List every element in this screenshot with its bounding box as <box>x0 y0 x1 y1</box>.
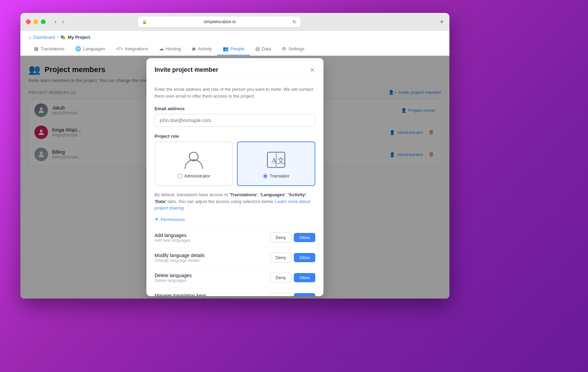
integrations-icon: </> <box>116 46 123 51</box>
allow-button[interactable]: Allow <box>294 233 315 242</box>
url-text: simplelocalize.io <box>150 19 290 24</box>
maximize-traffic-light[interactable] <box>41 19 46 24</box>
allow-button[interactable]: Allow <box>294 293 315 296</box>
permission-description: By default, translators have access to '… <box>155 191 315 212</box>
permission-actions: Deny Allow <box>270 253 315 263</box>
modal-title: Invite project member <box>155 66 218 73</box>
email-label: Email address <box>155 106 315 111</box>
allow-button[interactable]: Allow <box>294 273 315 282</box>
deny-button[interactable]: Deny <box>270 273 292 283</box>
back-button[interactable]: ‹ <box>52 17 59 26</box>
title-bar: ‹ › 🔒 simplelocalize.io ↻ + <box>20 13 449 31</box>
tab-hosting[interactable]: ☁ Hosting <box>154 43 186 55</box>
permission-name: Delete languages <box>155 273 270 278</box>
breadcrumb: ⌂ Dashboard / 🎭 My Project <box>29 31 441 43</box>
modal-description: Enter the email address and role of the … <box>155 86 315 99</box>
tab-integrations[interactable]: </> Integrations <box>111 43 154 55</box>
chevron-down-icon: ▼ <box>155 217 159 222</box>
permission-actions: Deny Allow <box>270 293 315 296</box>
tab-integrations-label: Integrations <box>125 46 148 51</box>
data-icon: ▤ <box>255 46 260 51</box>
permissions-toggle-label: Permissions <box>161 217 185 222</box>
breadcrumb-separator: / <box>57 35 58 40</box>
permission-detail: Delete languages <box>155 278 270 283</box>
permission-actions: Deny Allow <box>270 273 315 283</box>
translator-radio-row: Translator <box>263 173 289 179</box>
new-tab-button[interactable]: + <box>440 17 444 26</box>
tab-settings-label: Settings <box>288 46 304 51</box>
modal-header: Invite project member ✕ <box>146 58 323 79</box>
tab-settings[interactable]: ⚙ Settings <box>276 43 310 55</box>
deny-button[interactable]: Deny <box>270 233 292 242</box>
permissions-toggle-button[interactable]: ▼ Permissions <box>155 217 185 222</box>
modal-body: Enter the email address and role of the … <box>146 79 323 296</box>
permission-info: Manage translation keys Create, modify o… <box>155 293 270 297</box>
tab-activity[interactable]: ◉ Activity <box>186 43 217 55</box>
tab-hosting-label: Hosting <box>166 46 181 51</box>
role-label: Project role <box>155 134 315 139</box>
address-bar[interactable]: 🔒 simplelocalize.io ↻ <box>138 16 301 28</box>
permission-info: Modify language details Change language … <box>155 253 270 263</box>
dashboard-link[interactable]: Dashboard <box>33 35 55 40</box>
settings-icon: ⚙ <box>282 46 286 51</box>
permission-name: Add languages <box>155 233 270 238</box>
tab-data[interactable]: ▤ Data <box>250 43 276 55</box>
nav-buttons: ‹ › <box>52 17 66 26</box>
tab-languages-label: Languages <box>83 46 105 51</box>
modal-overlay: Invite project member ✕ Enter the email … <box>20 56 449 299</box>
role-card-translator[interactable]: A 文 Translator <box>237 141 315 186</box>
modal-close-button[interactable]: ✕ <box>309 67 315 73</box>
administrator-radio[interactable] <box>177 174 182 179</box>
permission-detail: Change language details <box>155 258 270 263</box>
permission-row-delete-languages: Delete languages Delete languages Deny A… <box>155 268 315 288</box>
permission-name: Manage translation keys <box>155 293 270 297</box>
permission-row-manage-keys: Manage translation keys Create, modify o… <box>155 288 315 297</box>
administrator-radio-row: Administrator <box>177 173 210 179</box>
page-content: 👥 Project members Invite team members to… <box>20 56 449 299</box>
home-icon: ⌂ <box>29 35 31 40</box>
permissions-section: Add languages Add new languages Deny All… <box>155 227 315 297</box>
tab-people-label: People <box>231 46 244 51</box>
role-card-administrator[interactable]: Administrator <box>155 141 233 186</box>
browser-window: ‹ › 🔒 simplelocalize.io ↻ + ⌂ Dashboard … <box>20 13 449 299</box>
permission-name: Modify language details <box>155 253 270 258</box>
permission-actions: Deny Allow <box>270 233 315 242</box>
minimize-traffic-light[interactable] <box>33 19 38 24</box>
project-icon: 🎭 <box>60 35 66 40</box>
traffic-lights <box>26 19 46 24</box>
languages-icon: 🌐 <box>75 46 81 51</box>
permission-info: Add languages Add new languages <box>155 233 270 243</box>
tab-nav: ▦ Translations 🌐 Languages </> Integrati… <box>29 43 441 55</box>
role-grid: Administrator A 文 <box>155 141 315 186</box>
tab-translations[interactable]: ▦ Translations <box>29 43 70 55</box>
allow-button[interactable]: Allow <box>294 253 315 262</box>
email-input[interactable] <box>155 114 315 127</box>
top-nav: ⌂ Dashboard / 🎭 My Project ▦ Translation… <box>20 31 449 56</box>
hosting-icon: ☁ <box>159 46 164 51</box>
tab-activity-label: Activity <box>198 46 212 51</box>
app-content: ⌂ Dashboard / 🎭 My Project ▦ Translation… <box>20 31 449 299</box>
deny-button[interactable]: Deny <box>270 293 292 296</box>
svg-text:文: 文 <box>277 156 285 165</box>
activity-icon: ◉ <box>192 46 196 51</box>
close-traffic-light[interactable] <box>26 19 31 24</box>
administrator-label: Administrator <box>184 173 210 179</box>
translations-icon: ▦ <box>34 46 38 51</box>
forward-button[interactable]: › <box>60 17 66 26</box>
people-icon: 👥 <box>223 46 228 51</box>
reload-button[interactable]: ↻ <box>292 19 297 24</box>
deny-button[interactable]: Deny <box>270 253 292 263</box>
permission-row-add-languages: Add languages Add new languages Deny All… <box>155 228 315 248</box>
tab-languages[interactable]: 🌐 Languages <box>70 43 110 55</box>
translator-radio[interactable] <box>263 174 268 179</box>
permission-detail: Add new languages <box>155 238 270 243</box>
permission-info: Delete languages Delete languages <box>155 273 270 283</box>
lock-icon: 🔒 <box>142 19 147 24</box>
tab-translations-label: Translations <box>41 46 64 51</box>
learn-more-link[interactable]: Learn more about project sharing. <box>155 199 310 211</box>
translator-label: Translator <box>270 173 289 179</box>
project-name: My Project <box>68 35 90 40</box>
invite-modal: Invite project member ✕ Enter the email … <box>146 58 323 296</box>
tab-people[interactable]: 👥 People <box>217 43 250 55</box>
tab-data-label: Data <box>262 46 271 51</box>
